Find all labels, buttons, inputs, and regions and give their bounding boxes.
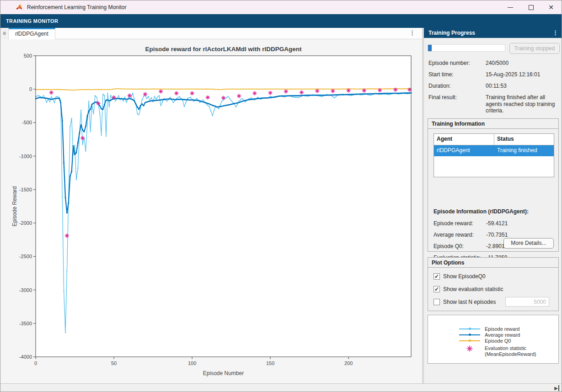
document-area: ≡ rlDDPGAgent ⋮ 0501001502005000-500-100… [0, 28, 422, 383]
column-header-status[interactable]: Status [494, 134, 554, 145]
episode-q0-label: Episode Q0: [434, 243, 464, 249]
panel-kebab-menu-icon[interactable]: ⋮ [552, 29, 558, 36]
svg-text:50: 50 [111, 360, 117, 366]
svg-text:-1000: -1000 [19, 154, 32, 159]
average-reward-marker [469, 334, 471, 336]
average-reward-value: -70.7351 [486, 232, 508, 238]
table-row[interactable]: rlDDPGAgent Training finished [434, 145, 554, 156]
svg-text:500: 500 [24, 53, 32, 58]
section-divider [428, 267, 558, 268]
chart-title: Episode reward for rlActorLKAMdl with rl… [145, 46, 302, 53]
duration-label: Duration: [428, 83, 451, 89]
episode-number-value: 240/5000 [486, 60, 560, 67]
more-details-button[interactable]: More Details... [503, 238, 554, 249]
hamburger-icon: ≡ [3, 30, 6, 37]
svg-text:-3500: -3500 [19, 321, 32, 326]
start-time-value: 15-Aug-2025 12:16:01 [486, 71, 560, 78]
x-axis-label: Episode Number [203, 370, 244, 376]
final-result-label: Final result: [428, 94, 457, 101]
tabbar-kebab-menu-icon[interactable]: ⋮ [409, 29, 415, 36]
titlebar: Reinforcement Learning Training Monitor … [0, 0, 562, 14]
training-information-section: Training Information Agent Status rlDDPG… [428, 118, 559, 252]
start-time-label: Start time: [428, 71, 454, 78]
svg-text:-1500: -1500 [19, 187, 32, 192]
reward-chart: 0501001502005000-500-1000-1500-2000-2500… [0, 39, 422, 383]
tab-rlddpgagent[interactable]: rlDDPGAgent [9, 28, 55, 39]
panel-header: Training Progress ⋮ [424, 28, 562, 38]
close-button[interactable]: ✕ [541, 0, 561, 14]
maximize-icon [529, 5, 534, 10]
training-stopped-button[interactable]: Training stopped [509, 43, 560, 54]
tab-list-button[interactable]: ≡ [0, 28, 9, 39]
y-axis-label: Episode Reward [11, 186, 18, 226]
tab-training-monitor[interactable]: TRAINING MONITOR [6, 18, 58, 24]
training-progress-panel: Training Progress ⋮ Training stopped Epi… [423, 28, 562, 383]
show-last-n-episodes-checkbox[interactable] [434, 299, 440, 305]
episode-reward-label: Episode reward: [434, 220, 473, 227]
doc-tab-label: rlDDPGAgent [15, 31, 48, 37]
episode-number-label: Episode number: [428, 60, 470, 66]
show-evaluation-statistic-checkbox[interactable]: ✓ [434, 286, 440, 292]
svg-text:-2000: -2000 [19, 220, 32, 226]
legend-label: Evaluation statistic [485, 345, 526, 351]
panel-title: Training Progress [428, 30, 475, 36]
training-progress-fill [428, 45, 432, 51]
chart-legend: Episode reward Average reward Episode Q0 [428, 315, 559, 364]
reward-chart-svg: 0501001502005000-500-1000-1500-2000-2500… [0, 39, 422, 383]
training-progress-bar [428, 44, 505, 52]
evaluation-statistic-asterisk-icon [466, 344, 474, 353]
matlab-icon [16, 4, 23, 11]
legend-label: Average reward [485, 332, 520, 338]
legend-label-line2: (MeanEpisodeReward) [485, 351, 536, 357]
episode-information-title: Episode Information (rlDDPGAgent): [434, 208, 529, 215]
show-evaluation-statistic-label: Show evaluation statistic [443, 286, 503, 292]
section-divider [428, 128, 558, 129]
svg-text:-500: -500 [22, 120, 32, 125]
legend-label: Episode Q0 [485, 338, 511, 344]
show-last-n-episodes-label: Show last N episodes [443, 299, 496, 305]
app-window: Reinforcement Learning Training Monitor … [0, 0, 562, 392]
statusbar: ▶ [0, 383, 562, 392]
duration-value: 00:11:53 [486, 83, 560, 90]
window-title: Reinforcement Learning Training Monitor [27, 4, 126, 11]
agent-cell: rlDDPGAgent [434, 145, 494, 156]
n-episodes-input[interactable] [505, 297, 549, 307]
episode-q0-value: -2.8901 [486, 243, 505, 249]
episode-reward-value: -59.4121 [486, 220, 508, 227]
svg-text:0: 0 [34, 360, 37, 366]
maximize-button[interactable] [521, 0, 541, 14]
toolstrip: TRAINING MONITOR [0, 14, 562, 28]
svg-text:200: 200 [344, 360, 353, 366]
show-episodeq0-label: Show EpisodeQ0 [443, 273, 486, 280]
plot-options-section: Plot Options ✓ Show EpisodeQ0 ✓ Show eva… [428, 257, 559, 311]
episode-q0-marker [469, 339, 471, 342]
svg-text:-4000: -4000 [19, 354, 32, 360]
scroll-right-icon[interactable]: ▶ [554, 385, 559, 391]
final-result-value: Training finished after all agents reach… [486, 94, 560, 114]
minimize-icon [508, 7, 513, 8]
document-tabbar: ≡ rlDDPGAgent ⋮ [0, 28, 422, 39]
training-information-title: Training Information [432, 121, 485, 127]
svg-text:150: 150 [266, 360, 274, 366]
column-header-agent[interactable]: Agent [434, 134, 494, 145]
agent-status-table: Agent Status rlDDPGAgent Training finish… [434, 133, 554, 177]
average-reward-label: Average reward: [434, 232, 474, 238]
status-cell: Training finished [494, 145, 540, 156]
svg-text:-2500: -2500 [19, 254, 32, 259]
episode-reward-marker [469, 328, 471, 330]
svg-text:0: 0 [29, 86, 32, 92]
svg-text:100: 100 [188, 360, 196, 366]
svg-text:-3000: -3000 [19, 287, 32, 293]
show-episodeq0-checkbox[interactable]: ✓ [434, 273, 440, 280]
table-header-row: Agent Status [434, 134, 554, 145]
minimize-button[interactable] [500, 0, 520, 14]
legend-label: Episode reward [485, 326, 519, 332]
plot-options-title: Plot Options [432, 260, 464, 266]
